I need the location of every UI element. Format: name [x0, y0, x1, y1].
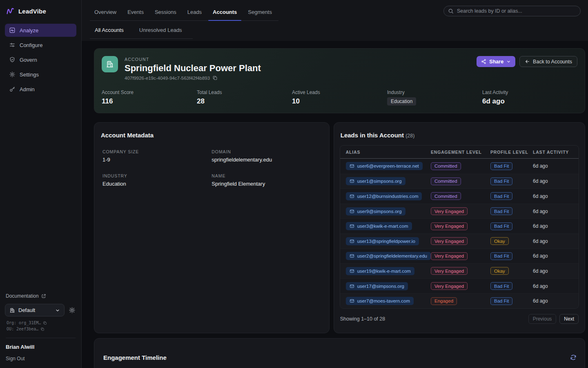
org-id-row: Org: org_31EM…	[7, 321, 75, 325]
leads-table-body: user6@evergreen-terrace.net Committed Ba…	[340, 159, 579, 308]
copy-icon[interactable]	[43, 321, 47, 325]
table-row[interactable]: user6@evergreen-terrace.net Committed Ba…	[340, 159, 579, 174]
envelope-icon	[350, 254, 354, 258]
profile-level-badge: Okay	[490, 267, 509, 275]
table-row[interactable]: user9@simpsons.org Very Engaged Bad Fit …	[340, 204, 579, 219]
subtab-unresolved-leads[interactable]: Unresolved Leads	[134, 25, 187, 38]
profile-level-badge: Bad Fit	[490, 282, 512, 290]
account-header-card: ACCOUNT Springfield Nuclear Power Plant …	[94, 48, 585, 113]
tab-accounts[interactable]: Accounts	[208, 6, 241, 20]
meta-field-name: NAME Springfield Elementary	[212, 173, 321, 187]
lead-alias-chip[interactable]: user6@evergreen-terrace.net	[346, 162, 423, 170]
account-stats: Account Score 116 Total Leads 28 Active …	[102, 90, 577, 105]
lead-alias: user9@simpsons.org	[357, 209, 402, 214]
lead-alias-chip[interactable]: user19@kwik-e-mart.com	[346, 267, 414, 275]
documentation-link[interactable]: Documentation	[5, 292, 76, 304]
sidebar-item-govern[interactable]: Govern	[5, 53, 76, 66]
refresh-icon[interactable]	[570, 354, 577, 361]
leads-panel-title: Leads in this Account (28)	[340, 128, 579, 139]
last-activity-value: 6d ago	[533, 283, 573, 289]
lead-alias-chip[interactable]: user1@simpsons.org	[346, 177, 405, 185]
envelope-icon	[350, 284, 354, 289]
stat-value: 116	[102, 97, 197, 105]
envelope-icon	[350, 224, 354, 229]
tab-sessions[interactable]: Sessions	[150, 6, 181, 20]
table-row[interactable]: user7@moes-tavern.com Engaged Bad Fit 6d…	[340, 293, 579, 308]
sidebar-item-admin[interactable]: Admin	[5, 83, 76, 96]
environment-value: Default	[18, 307, 35, 313]
envelope-icon	[350, 298, 354, 303]
search-input[interactable]	[443, 6, 581, 16]
meta-field-company-size: COMPANY SIZE 1-9	[102, 149, 212, 163]
pagination-summary: Showing 1–10 of 28	[340, 316, 385, 322]
table-row[interactable]: user3@kwik-e-mart.com Very Engaged Bad F…	[340, 218, 579, 233]
lead-alias-chip[interactable]: user2@springfieldelementary.edu	[346, 252, 431, 260]
leadvibe-logo-icon	[6, 7, 15, 16]
meta-label: COMPANY SIZE	[102, 149, 212, 154]
envelope-icon	[350, 269, 354, 274]
envelope-icon	[350, 239, 354, 244]
lead-alias-chip[interactable]: user3@kwik-e-mart.com	[346, 222, 412, 230]
table-row[interactable]: user17@simpsons.org Very Engaged Bad Fit…	[340, 278, 579, 294]
lead-alias-chip[interactable]: user12@burnsindustries.com	[346, 192, 422, 200]
external-link-icon	[41, 294, 46, 298]
leads-panel: Leads in this Account (28) ALIAS ENGAGEM…	[334, 122, 585, 333]
table-row[interactable]: user12@burnsindustries.com Committed Bad…	[340, 188, 579, 204]
brand-name: LeadVibe	[18, 8, 46, 15]
back-label: Back to Accounts	[533, 59, 572, 65]
lead-alias-chip[interactable]: user17@simpsons.org	[346, 282, 408, 290]
table-row[interactable]: user2@springfieldelementary.edu Very Eng…	[340, 249, 579, 264]
sidebar-item-settings[interactable]: Settings	[5, 68, 76, 81]
copy-icon[interactable]	[40, 327, 45, 331]
envelope-icon	[350, 179, 354, 184]
stat-value: 10	[292, 97, 387, 105]
primary-tabs: Overview Events Sessions Leads Accounts …	[90, 6, 278, 21]
arrow-left-icon	[525, 59, 530, 64]
shield-check-icon	[9, 56, 16, 63]
industry-badge: Education	[387, 97, 416, 105]
tab-leads[interactable]: Leads	[183, 6, 206, 20]
lead-alias: user2@springfieldelementary.edu	[357, 254, 427, 258]
sidebar-item-configure[interactable]: Configure	[5, 38, 76, 52]
previous-page-button[interactable]: Previous	[528, 314, 557, 324]
stat-industry: Industry Education	[387, 90, 482, 105]
table-row[interactable]: user1@simpsons.org Committed Bad Fit 6d …	[340, 174, 579, 189]
last-activity-value: 6d ago	[533, 193, 573, 199]
meta-value: Education	[102, 181, 212, 187]
subtab-all-accounts[interactable]: All Accounts	[90, 25, 129, 38]
last-activity-value: 6d ago	[533, 253, 573, 259]
table-row[interactable]: user13@springfieldpower.io Very Engaged …	[340, 233, 579, 249]
lead-alias: user13@springfieldpower.io	[357, 239, 415, 244]
environment-select[interactable]: Default	[5, 304, 65, 316]
tab-events[interactable]: Events	[123, 6, 148, 20]
main-area: Overview Events Sessions Leads Accounts …	[82, 0, 588, 368]
stat-total-leads: Total Leads 28	[197, 90, 292, 105]
theme-toggle-sun-icon[interactable]	[68, 306, 76, 314]
profile-level-badge: Okay	[490, 237, 509, 245]
account-id: 407f9926-e19c-4049-94c7-563f42f4b893	[125, 76, 210, 81]
account-metadata-panel: Account Metadata COMPANY SIZE 1-9 DOMAIN…	[94, 122, 330, 333]
table-row[interactable]: user19@kwik-e-mart.com Very Engaged Okay…	[340, 263, 579, 278]
engagement-level-badge: Very Engaged	[431, 237, 468, 245]
lead-alias-chip[interactable]: user13@springfieldpower.io	[346, 237, 419, 245]
engagement-level-badge: Very Engaged	[431, 252, 468, 260]
copy-icon[interactable]	[212, 75, 218, 81]
lead-alias-chip[interactable]: user7@moes-tavern.com	[346, 297, 414, 305]
search-icon	[448, 8, 454, 14]
stat-label: Account Score	[102, 90, 197, 95]
back-to-accounts-button[interactable]: Back to Accounts	[519, 56, 577, 67]
lead-alias-chip[interactable]: user9@simpsons.org	[346, 207, 405, 215]
sign-out-link[interactable]: Sign Out	[5, 356, 76, 361]
documentation-label: Documentation	[6, 293, 39, 299]
sidebar-item-analyze[interactable]: Analyze	[5, 24, 76, 37]
last-activity-value: 6d ago	[533, 238, 573, 244]
lead-alias: user3@kwik-e-mart.com	[357, 224, 408, 229]
tab-overview[interactable]: Overview	[90, 6, 121, 20]
share-button[interactable]: Share	[477, 56, 515, 67]
profile-level-badge: Bad Fit	[490, 252, 512, 260]
tab-segments[interactable]: Segments	[243, 6, 276, 20]
envelope-icon	[350, 164, 354, 168]
next-page-button[interactable]: Next	[559, 314, 579, 324]
engagement-level-badge: Committed	[431, 162, 461, 170]
leads-count: (28)	[405, 133, 414, 139]
